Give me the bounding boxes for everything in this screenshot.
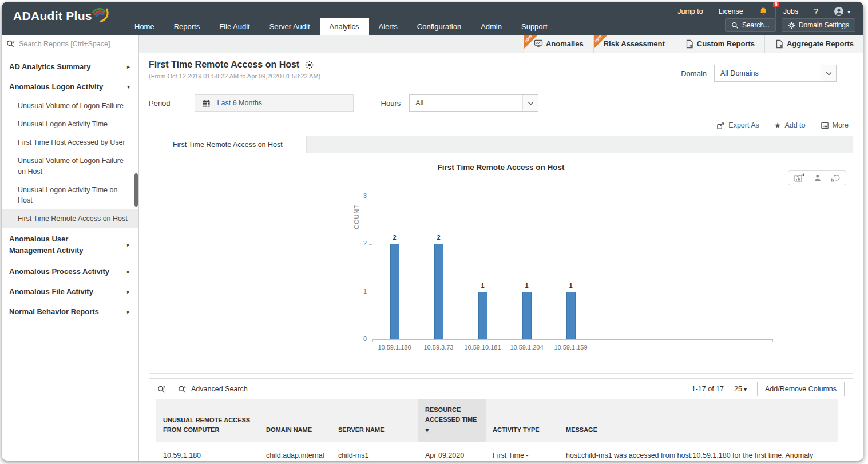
nav-alerts[interactable]: Alerts [369, 18, 407, 35]
sidebar-item-ad-analytics-summary[interactable]: AD Analytics Summary ▸ [2, 57, 138, 77]
sidebar-item-anomalous-logon-activity[interactable]: Anomalous Logon Activity ▾ [2, 77, 138, 97]
domain-settings-label: Domain Settings [799, 21, 849, 29]
domain-select-value: All Domains [715, 65, 821, 81]
add-chart-icon[interactable] [794, 173, 805, 183]
export-as-button[interactable]: Export As [716, 121, 759, 130]
cell-message: host:child-ms1 was accessed from host:10… [559, 442, 838, 461]
license-link[interactable]: License [711, 5, 751, 18]
sidebar-item-unusual-volume-logon-failure[interactable]: Unusual Volume of Logon Failure [2, 97, 138, 115]
header-buttons: Search... Domain Settings [725, 18, 855, 32]
account-menu[interactable]: ▾ [826, 5, 858, 18]
global-search-label: Search... [742, 21, 770, 29]
avatar-icon [834, 6, 844, 17]
main-nav: Home Reports File Audit Server Audit Ana… [125, 18, 557, 35]
user-icon[interactable] [813, 173, 822, 183]
main-content: First Time Remote Access on Host (From O [139, 53, 863, 461]
nav-reports[interactable]: Reports [164, 18, 210, 35]
hours-select-value: All [410, 95, 522, 111]
caret-down-icon: ▾ [744, 386, 747, 392]
table-toolbar: Advanced Search 1-17 of 17 25▾ Add/Remov… [149, 379, 853, 399]
domain-settings-button[interactable]: Domain Settings [782, 18, 855, 32]
nav-server-audit[interactable]: Server Audit [260, 18, 320, 35]
bar-value-label: 2 [383, 234, 406, 241]
logo-swirl-icon [89, 6, 109, 24]
band-spacer [139, 35, 524, 53]
domain-select[interactable]: All Domains [714, 65, 837, 82]
report-date-range: (From Oct 12,2019 01:58:22 AM to Apr 09,… [149, 73, 320, 80]
schedule-sun-icon[interactable] [305, 61, 314, 69]
advanced-search-icon[interactable] [178, 385, 187, 394]
bar-chart-plot: COUNT 0123210.59.1.180210.59.3.73110.59.… [372, 197, 772, 340]
table-row[interactable]: 10.59.1.180 child.adap.internal child-ms… [156, 442, 838, 461]
secondary-band: NEW Anomalies NEW Risk Assessment Cust [2, 35, 863, 53]
sidebar-item-first-time-host-accessed[interactable]: First Time Host Accessed by User [2, 133, 138, 152]
nav-home[interactable]: Home [125, 18, 164, 35]
chart-bar[interactable] [434, 244, 443, 339]
sidebar-item-unusual-logon-activity-time-host[interactable]: Unusual Logon Activity Time on Host [2, 181, 138, 209]
gear-icon [788, 22, 795, 29]
app-window: ADAudit Plus Jump to License 6 Jobs ? [2, 2, 863, 461]
tab-aggregate-reports[interactable]: Aggregate Reports [764, 35, 863, 53]
report-search-icon[interactable] [2, 39, 19, 48]
table-header-row: UNUSUAL REMOTE ACCESS FROM COMPUTER DOMA… [156, 399, 838, 442]
more-button[interactable]: More [821, 121, 849, 130]
nav-analytics[interactable]: Analytics [320, 18, 369, 35]
y-axis-tick [369, 244, 372, 245]
nav-file-audit[interactable]: File Audit [209, 18, 259, 35]
jump-to-link[interactable]: Jump to [670, 5, 710, 18]
tab-custom-reports[interactable]: Custom Reports [675, 35, 764, 53]
tab-custom-reports-label: Custom Reports [697, 39, 755, 48]
add-remove-columns-button[interactable]: Add/Remove Columns [757, 382, 845, 396]
notifications-button[interactable]: 6 [751, 5, 775, 18]
sidebar-item-anomalous-user-management[interactable]: Anomalous User Management Activity ▸ [2, 228, 138, 261]
nav-configuration[interactable]: Configuration [407, 18, 471, 35]
col-resource-accessed-time[interactable]: RESOURCE ACCESSED TIME ▼ [418, 399, 486, 442]
chevron-down-icon [528, 101, 534, 105]
chart-bar[interactable] [478, 292, 487, 339]
sidebar-item-anomalous-process-activity[interactable]: Anomalous Process Activity ▸ [2, 261, 138, 281]
tab-anomalies[interactable]: NEW Anomalies [524, 35, 593, 53]
sidebar-item-normal-behavior-reports[interactable]: Normal Behavior Reports ▸ [2, 302, 138, 322]
app-logo[interactable]: ADAudit Plus [13, 9, 109, 24]
refresh-chart-icon[interactable] [830, 173, 840, 183]
period-picker[interactable]: Last 6 Months [195, 94, 354, 112]
table-search-icon[interactable] [157, 385, 166, 394]
nav-admin[interactable]: Admin [471, 18, 512, 35]
x-axis-tick [372, 339, 373, 342]
nav-support[interactable]: Support [512, 18, 557, 35]
y-tick-label: 0 [354, 335, 367, 342]
col-activity-type[interactable]: ACTIVITY TYPE [486, 399, 559, 442]
sidebar-item-unusual-volume-logon-failure-host[interactable]: Unusual Volume of Logon Failure on Host [2, 152, 138, 180]
chevron-right-icon: ▸ [127, 268, 130, 275]
advanced-search-label[interactable]: Advanced Search [191, 385, 248, 393]
hours-select[interactable]: All [409, 94, 538, 112]
tab-risk-assessment[interactable]: NEW Risk Assessment [593, 35, 675, 53]
jobs-link[interactable]: Jobs [775, 5, 806, 18]
col-unusual-remote-access[interactable]: UNUSUAL REMOTE ACCESS FROM COMPUTER [156, 399, 259, 442]
col-message[interactable]: MESSAGE [559, 399, 838, 442]
col-server-name[interactable]: SERVER NAME [331, 399, 418, 442]
report-search-input[interactable] [19, 40, 138, 48]
chart-bar[interactable] [566, 292, 576, 339]
x-tick-label: 10.59.1.159 [540, 344, 603, 351]
global-search-button[interactable]: Search... [725, 18, 776, 32]
results-table-wrap: UNUSUAL REMOTE ACCESS FROM COMPUTER DOMA… [156, 399, 838, 461]
tab-first-time-remote-access[interactable]: First Time Remote Access on Host [149, 136, 307, 153]
x-axis-tick [417, 339, 417, 342]
sidebar-scrollbar[interactable] [134, 173, 138, 207]
sidebar-item-anomalous-file-activity[interactable]: Anomalous File Activity ▸ [2, 281, 138, 302]
add-to-button[interactable]: ★ Add to [774, 121, 806, 130]
chart-bar[interactable] [390, 244, 399, 339]
sidebar-item-unusual-logon-activity-time[interactable]: Unusual Logon Activity Time [2, 115, 138, 133]
col-domain-name[interactable]: DOMAIN NAME [259, 399, 331, 442]
help-button[interactable]: ? [806, 5, 826, 18]
sidebar-search [2, 35, 139, 53]
cell-time: Apr 09,2020 01:12:01 AM [418, 442, 486, 461]
chart-bar[interactable] [522, 292, 532, 339]
sidebar-item-first-time-remote-access[interactable]: First Time Remote Access on Host [2, 209, 138, 228]
record-count: 1-17 of 17 [692, 385, 724, 393]
page-size-select[interactable]: 25▾ [734, 385, 747, 393]
chevron-down-icon [826, 72, 832, 76]
period-label: Period [149, 99, 171, 108]
chart-title: First Time Remote Access on Host [149, 163, 853, 172]
